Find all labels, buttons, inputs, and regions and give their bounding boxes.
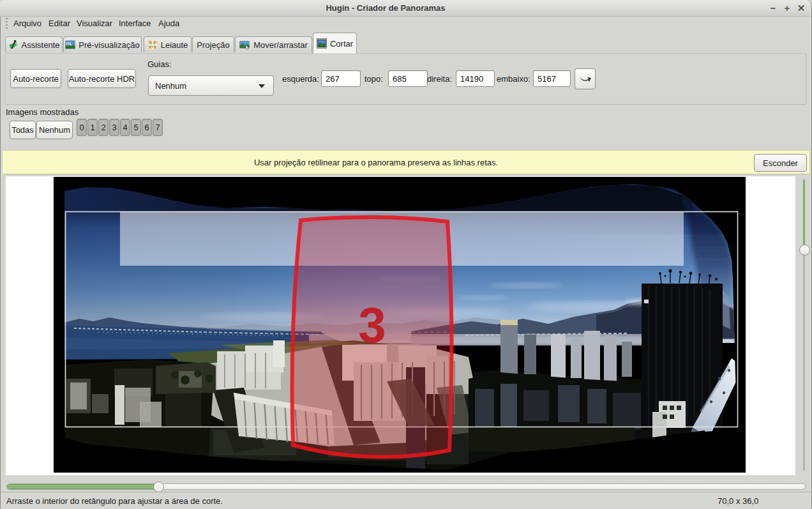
svg-text:3: 3: [358, 297, 386, 353]
svg-text:GL: GL: [66, 42, 73, 46]
